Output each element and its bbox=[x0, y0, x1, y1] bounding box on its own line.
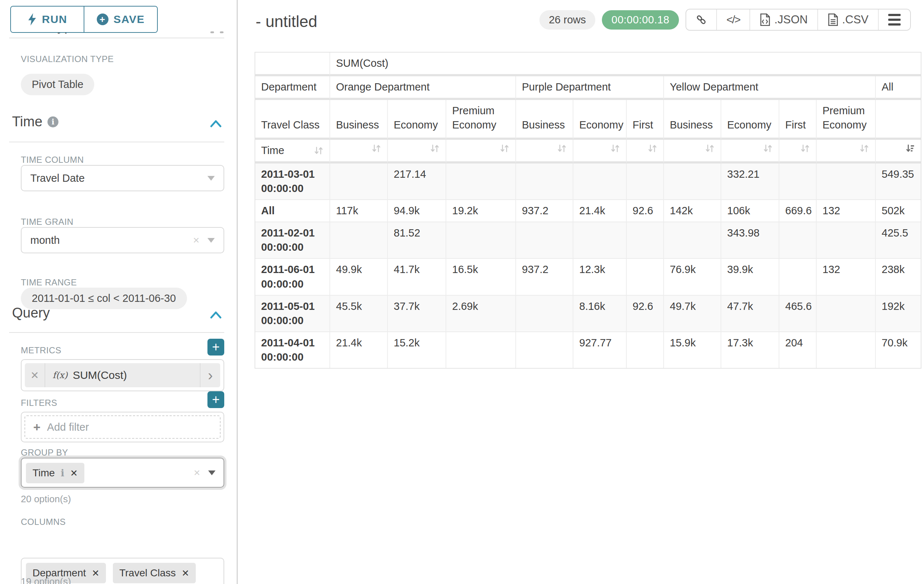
sort-toggle-cell[interactable] bbox=[779, 140, 817, 163]
collapse-query-section-chevron-icon[interactable] bbox=[210, 310, 222, 321]
pivot-row-label: 2011-03-01 00:00:00 bbox=[255, 163, 330, 200]
pivot-value-cell: 92.6 bbox=[627, 296, 664, 332]
pivot-corner-cell bbox=[255, 53, 330, 76]
sort-icon bbox=[610, 143, 620, 153]
share-link-button[interactable] bbox=[686, 10, 716, 30]
pivot-value-cell: 19.2k bbox=[446, 200, 516, 222]
pivot-value-cell: 47.7k bbox=[721, 296, 779, 332]
remove-tag-icon[interactable]: ✕ bbox=[70, 468, 78, 479]
sort-toggle-cell[interactable] bbox=[388, 140, 446, 163]
pivot-value-cell bbox=[627, 163, 664, 200]
run-query-button[interactable]: RUN bbox=[11, 7, 84, 32]
group-by-tag-label: Time bbox=[33, 467, 55, 479]
sort-toggle-cell[interactable] bbox=[664, 140, 721, 163]
section-collapse-dots-icon[interactable] bbox=[210, 31, 223, 33]
metric-pill[interactable]: ✕ f(x) SUM(Cost) › bbox=[25, 363, 220, 387]
chevron-down-icon bbox=[208, 176, 215, 181]
pivot-value-cell: 70.9k bbox=[876, 332, 921, 368]
pivot-table: SUM(Cost)DepartmentOrange DepartmentPurp… bbox=[254, 52, 921, 368]
pivot-value-cell: 12.3k bbox=[573, 259, 627, 295]
clear-icon[interactable]: × bbox=[193, 466, 200, 479]
pivot-value-cell: 106k bbox=[721, 200, 779, 222]
export-csv-button[interactable]: .CSV bbox=[817, 10, 878, 30]
expand-metric-chevron-icon[interactable]: › bbox=[200, 363, 220, 387]
time-grain-select[interactable]: month × bbox=[21, 227, 224, 253]
view-query-button[interactable]: </> bbox=[716, 10, 749, 30]
collapse-time-section-chevron-icon[interactable] bbox=[210, 119, 222, 130]
pivot-value-cell bbox=[817, 332, 876, 368]
sort-desc-active-icon bbox=[905, 143, 915, 153]
pivot-value-cell bbox=[330, 163, 388, 200]
pivot-row-label: 2011-05-01 00:00:00 bbox=[255, 296, 330, 332]
column-header: Premium Economy bbox=[817, 100, 876, 140]
pivot-value-cell: 204 bbox=[779, 332, 817, 368]
pivot-value-cell: 117k bbox=[330, 200, 388, 222]
section-divider bbox=[9, 332, 224, 333]
pivot-value-cell bbox=[664, 222, 721, 259]
sort-toggle-cell[interactable] bbox=[516, 140, 573, 163]
clear-icon[interactable]: × bbox=[193, 581, 200, 584]
remove-tag-icon[interactable]: ✕ bbox=[92, 568, 99, 579]
metrics-label: METRICS bbox=[21, 345, 61, 355]
chart-title[interactable]: - untitled bbox=[256, 12, 317, 31]
pivot-value-cell bbox=[330, 222, 388, 259]
pivot-value-cell: 217.14 bbox=[388, 163, 446, 200]
metric-header: SUM(Cost) bbox=[330, 53, 921, 76]
pivot-value-cell: 92.6 bbox=[627, 200, 664, 222]
visualization-type-value[interactable]: Pivot Table bbox=[21, 74, 94, 95]
pivot-value-cell bbox=[817, 296, 876, 332]
column-header: First bbox=[779, 100, 817, 140]
sort-icon bbox=[763, 143, 773, 153]
column-header bbox=[876, 100, 921, 140]
pivot-value-cell: 332.21 bbox=[721, 163, 779, 200]
add-filter-plus-button[interactable]: + bbox=[208, 391, 224, 408]
row-count-badge: 26 rows bbox=[540, 10, 596, 30]
pivot-value-cell bbox=[573, 163, 627, 200]
sort-toggle-cell[interactable] bbox=[876, 140, 921, 163]
group-by-select[interactable]: Time i ✕ × bbox=[21, 458, 224, 488]
section-divider bbox=[9, 141, 224, 142]
plus-circle-icon: + bbox=[97, 13, 109, 25]
save-chart-button[interactable]: + SAVE bbox=[84, 7, 157, 32]
export-json-button[interactable]: .JSON bbox=[749, 10, 817, 30]
pivot-value-cell bbox=[446, 222, 516, 259]
sort-toggle-cell[interactable] bbox=[817, 140, 876, 163]
export-button-group: </> .JSON .CSV bbox=[685, 9, 911, 31]
column-header: Premium Economy bbox=[446, 100, 516, 140]
run-save-button-group: RUN + SAVE bbox=[10, 6, 158, 33]
pivot-value-cell bbox=[817, 222, 876, 259]
pivot-value-cell: 549.35 bbox=[876, 163, 921, 200]
row-dimension-sort-cell[interactable]: Time bbox=[255, 140, 330, 163]
group-by-option-count: 20 option(s) bbox=[21, 494, 71, 505]
tag-info-icon: i bbox=[61, 467, 64, 479]
pivot-value-cell: 94.9k bbox=[388, 200, 446, 222]
export-csv-label: .CSV bbox=[842, 13, 868, 26]
pivot-value-cell bbox=[627, 259, 664, 295]
clear-icon[interactable]: × bbox=[193, 234, 200, 247]
pivot-row-label: All bbox=[255, 200, 330, 222]
add-filter-button[interactable]: + Add filter bbox=[25, 415, 221, 439]
columns-tag: Travel Class ✕ bbox=[113, 563, 196, 583]
column-header: Business bbox=[664, 100, 721, 140]
menu-button[interactable] bbox=[878, 10, 910, 30]
filters-label: FILTERS bbox=[21, 398, 57, 408]
sort-toggle-cell[interactable] bbox=[721, 140, 779, 163]
column-group-header: Orange Department bbox=[330, 76, 516, 100]
sort-toggle-cell[interactable] bbox=[330, 140, 388, 163]
sort-toggle-cell[interactable] bbox=[446, 140, 516, 163]
remove-tag-icon[interactable]: ✕ bbox=[182, 568, 189, 579]
sort-toggle-cell[interactable] bbox=[573, 140, 627, 163]
time-range-label: TIME RANGE bbox=[21, 277, 77, 288]
pivot-value-cell bbox=[516, 163, 573, 200]
add-metric-button[interactable]: + bbox=[208, 339, 224, 355]
pivot-value-cell: 45.5k bbox=[330, 296, 388, 332]
pivot-row-label: 2011-04-01 00:00:00 bbox=[255, 332, 330, 368]
hamburger-icon bbox=[888, 14, 901, 26]
sort-icon bbox=[557, 143, 567, 153]
link-icon bbox=[696, 14, 707, 25]
sort-toggle-cell[interactable] bbox=[627, 140, 664, 163]
chevron-down-icon bbox=[208, 238, 215, 243]
run-button-label: RUN bbox=[42, 13, 68, 26]
time-column-select[interactable]: Travel Date bbox=[21, 165, 224, 191]
remove-metric-icon[interactable]: ✕ bbox=[25, 363, 45, 387]
